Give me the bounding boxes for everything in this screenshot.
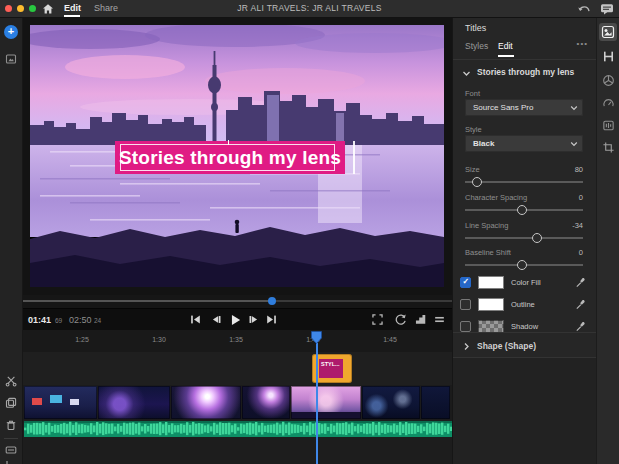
color-fill-row: Color Fill [453,273,596,293]
total-frames: 24 [94,317,101,324]
section-title[interactable]: Stories through my lens [477,67,574,77]
panel-empty-area [453,358,596,464]
eyedropper-icon[interactable] [575,277,587,289]
quality-icon[interactable] [414,313,428,327]
font-value: Source Sans Pro [473,99,533,116]
transport-bar: 01:41 69 02:50 24 [22,308,452,331]
baseline-shift-value: 0 [579,248,583,257]
titles-panel: Titles Styles Edit ••• Stories through m… [452,17,596,464]
shadow-row: Shadow [453,317,596,337]
audio-waveform [24,421,452,437]
shape-section[interactable]: Shape (Shape) [453,337,596,355]
selection-handle[interactable] [228,140,229,145]
character-spacing-value: 0 [579,193,583,202]
clip-thumbnail[interactable] [421,386,450,419]
chevron-down-icon[interactable] [462,69,471,78]
fill-checkbox[interactable] [460,321,471,332]
ruler-tick: 1:45 [383,336,397,343]
video-frame[interactable]: Stories through my lens [30,25,444,287]
size-slider[interactable] [465,176,583,188]
playhead-line[interactable] [316,343,318,464]
playhead-handle[interactable] [311,331,322,344]
title-track: STYL... [22,352,452,385]
delete-icon[interactable] [5,419,17,431]
transport-menu-icon[interactable] [433,313,447,327]
clip-thumbnail[interactable] [98,386,170,419]
add-media-icon[interactable] [4,25,18,39]
duplicate-icon[interactable] [5,397,17,409]
undo-icon[interactable] [577,3,591,15]
baseline-shift-slider[interactable] [465,259,583,271]
clip-thumbnail[interactable] [362,386,420,419]
color-panel-icon[interactable] [599,71,617,89]
fullscreen-icon[interactable] [371,313,385,327]
left-toolbar [0,17,23,464]
title-overlay-text: Stories through my lens [119,147,341,169]
size-slider-thumb[interactable] [472,177,482,187]
audio-panel-icon[interactable] [599,116,617,134]
audio-track[interactable] [22,421,452,437]
current-timecode: 01:41 [28,315,51,325]
tab-edit-panel[interactable]: Edit [498,41,513,51]
chevron-down-icon [570,104,578,112]
textbox-edge-handle[interactable] [353,141,355,174]
shape-section-title: Shape (Shape) [477,341,536,351]
clip-thumbnail[interactable] [24,386,97,419]
title-clip[interactable]: STYL... [312,354,352,383]
style-label: Style [465,125,482,134]
fill-checkbox[interactable] [460,277,471,288]
font-label: Font [465,89,480,98]
clip-thumbnail[interactable] [291,386,361,419]
character-spacing-thumb[interactable] [517,205,527,215]
timeline-ruler[interactable]: 1:25 1:30 1:35 1:40 1:45 [22,330,452,353]
preview-scrubber[interactable] [22,295,452,308]
style-value: Black [473,135,494,152]
panel-divider [453,332,596,333]
fill-label: Color Fill [511,278,541,287]
transitions-panel-icon[interactable] [599,47,617,65]
style-dropdown[interactable]: Black [465,135,583,152]
baseline-shift-thumb[interactable] [517,260,527,270]
ruler-tick: 1:25 [75,336,89,343]
crop-panel-icon[interactable] [599,138,617,156]
size-label: Size [465,165,480,174]
step-forward-icon[interactable] [248,313,262,327]
eyedropper-icon[interactable] [575,299,587,311]
fill-swatch[interactable] [478,298,504,311]
clip-thumbnail[interactable] [171,386,241,419]
loop-icon[interactable] [394,313,408,327]
total-timecode: 02:50 [69,315,92,325]
title-clip-label: STYL... [319,359,343,378]
titles-panel-icon[interactable] [599,23,617,41]
media-bin-icon[interactable] [5,53,17,65]
skip-back-icon[interactable] [189,313,203,327]
fill-label: Outline [511,300,535,309]
fill-checkbox[interactable] [460,299,471,310]
skip-forward-icon[interactable] [265,313,279,327]
tab-styles[interactable]: Styles [465,41,488,51]
speed-panel-icon[interactable] [599,94,617,112]
step-back-icon[interactable] [209,313,223,327]
line-spacing-thumb[interactable] [532,233,542,243]
line-spacing-value: -34 [572,221,583,230]
expand-tracks-icon[interactable] [5,459,17,464]
track-height-icon[interactable] [5,444,17,456]
clip-thumbnail[interactable] [242,386,290,419]
titlebar: Edit Share JR ALI TRAVELS: JR ALI TRAVEL… [0,0,619,18]
scrubber-handle[interactable] [268,297,276,305]
character-spacing-slider[interactable] [465,204,583,216]
ruler-tick: 1:30 [152,336,166,343]
fill-swatch[interactable] [478,276,504,289]
title-overlay[interactable]: Stories through my lens [115,141,345,174]
split-icon[interactable] [5,375,17,387]
line-spacing-slider[interactable] [465,232,583,244]
panel-tab-underline [498,55,514,57]
comments-icon[interactable] [600,3,614,15]
play-icon[interactable] [228,313,242,327]
character-spacing-label: Character Spacing [465,193,527,202]
panel-more-icon[interactable]: ••• [577,39,588,48]
app-window: { "colors": { "accent_blue": "#2f7ddc", … [0,0,619,464]
project-title: JR ALI TRAVELS: JR ALI TRAVELS [0,0,619,17]
font-dropdown[interactable]: Source Sans Pro [465,99,583,116]
chevron-down-icon [570,140,578,148]
